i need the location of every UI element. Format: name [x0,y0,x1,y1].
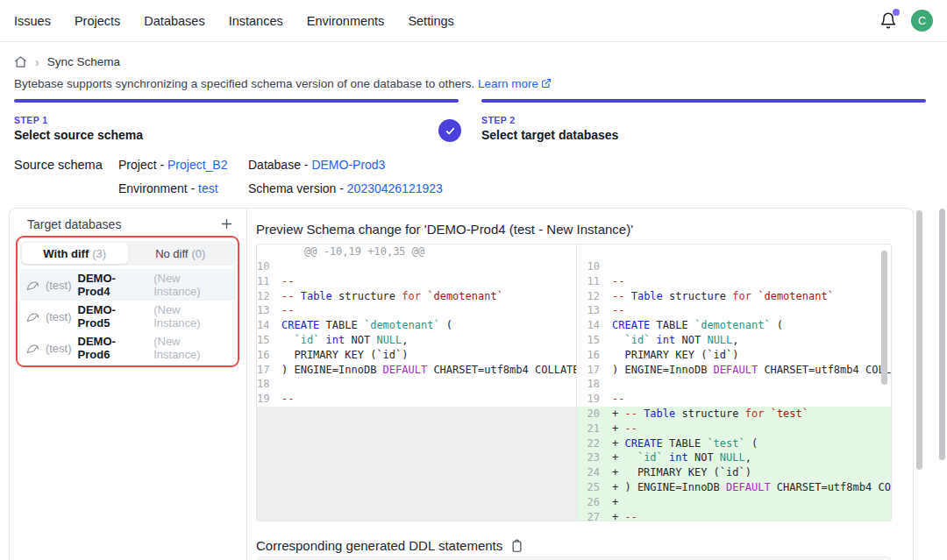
add-target-database-button[interactable] [219,216,234,231]
field-environment: Environment - test [118,181,248,195]
db-name: DEMO-Prod5 [78,303,148,330]
preview-panel: Preview Schema change for 'DEMO-Prod4 (t… [247,209,914,560]
main-container: Target databases With diff(3)No diff(0) … [9,208,914,560]
line-number: 11 [257,274,281,289]
target-database-row-demo-prod4[interactable]: (test)DEMO-Prod4(New Instance) [20,269,235,301]
line-content: + ) ENGINE=InnoDB DEFAULT CHARSET=utf8mb… [612,481,892,493]
line-number: 15 [257,333,281,348]
step2-label: STEP 2 [481,115,618,125]
line-number: 19 [257,392,281,407]
nav-item-environments[interactable]: Environments [307,14,385,28]
line-number: 22 [577,436,612,451]
code-line-left-11: 11-- [257,274,576,289]
diff-tabs: With diff(3)No diff(0) [20,241,235,266]
nav-item-instances[interactable]: Instances [229,14,283,28]
tab-with-diff[interactable]: With diff(3) [22,243,128,264]
preview-title: Preview Schema change for 'DEMO-Prod4 (t… [256,222,633,237]
line-content: CREATE TABLE `demotenant` ( [281,319,452,331]
line-number: 12 [257,289,281,304]
database-link[interactable]: DEMO-Prod3 [311,158,385,172]
diff-hunk-header: @@ -10,19 +10,35 @@ [257,245,576,259]
breadcrumb-page: Sync Schema [47,55,120,68]
mysql-icon [26,343,39,354]
nav-item-projects[interactable]: Projects [75,14,120,28]
learn-more-link[interactable]: Learn more [478,77,552,90]
code-line-left-16: 16 PRIMARY KEY (`id`) [257,348,576,363]
line-content: + -- [612,511,637,521]
schema-version-link[interactable]: 20230426121923 [347,181,443,195]
tab-count: (3) [92,247,106,260]
target-database-row-demo-prod6[interactable]: (test)DEMO-Prod6(New Instance) [20,332,235,364]
db-note: (New Instance) [153,335,230,361]
line-number: 27 [577,510,612,521]
nav-item-settings[interactable]: Settings [408,14,453,28]
nav-right: C [879,10,933,32]
step1-progress-bar [14,99,459,103]
target-databases-title: Target databases [27,217,121,231]
target-database-row-demo-prod5[interactable]: (test)DEMO-Prod5(New Instance) [20,301,235,332]
line-number: 18 [577,377,612,392]
db-environment: (test) [46,310,72,323]
environment-link[interactable]: test [198,181,218,195]
line-content: + `id` int NOT NULL, [612,451,751,464]
line-number: 13 [257,303,281,318]
schema-diff-editor[interactable]: @@ -10,19 +10,35 @@ 1011--12-- Table str… [256,244,892,521]
check-icon [445,125,456,137]
code-line-left-12: 12-- Table structure for `demotenant` [257,289,576,304]
nav-item-databases[interactable]: Databases [144,14,204,28]
code-line-right-25: 25+ ) ENGINE=InnoDB DEFAULT CHARSET=utf8… [577,480,892,495]
line-number: 26 [577,495,612,510]
code-line-left-18: 18 [257,377,576,392]
line-content: + -- Table structure for `test` [612,408,808,420]
code-line-right-10: 10 [577,259,892,274]
source-schema-label: Source schema [14,158,103,172]
content-scrollbar[interactable] [916,210,922,470]
line-content: -- Table structure for `demotenant` [612,290,834,302]
step1-title: Select source schema [14,128,143,142]
editor-scrollbar[interactable] [881,251,887,385]
line-number: 14 [257,318,281,333]
tab-count: (0) [191,247,205,260]
db-note: (New Instance) [153,272,230,298]
line-number: 12 [577,289,612,304]
line-number: 11 [577,274,612,289]
code-line-right-18: 18 [577,377,892,392]
home-icon[interactable] [14,55,27,68]
target-list-highlight-box: With diff(3)No diff(0) (test)DEMO-Prod4(… [16,236,239,367]
line-content: + PRIMARY KEY (`id`) [612,466,751,478]
notifications-button[interactable] [879,11,899,31]
intro-text: Bytebase supports synchronizing a specif… [14,77,552,91]
field-project: Project - Project_B2 [118,158,248,172]
breadcrumb: › Sync Schema [14,55,120,68]
code-line-right-26: 26+ [577,495,892,510]
db-environment: (test) [46,342,72,355]
code-line-right-23: 23+ `id` int NOT NULL, [577,450,892,465]
tab-no-diff[interactable]: No diff(0) [128,243,234,264]
step2-progress-bar [481,99,926,103]
line-content: + [612,496,618,508]
code-line-right-19: 19-- [577,392,892,407]
line-number: 20 [577,407,612,422]
page-scrollbar[interactable] [939,209,945,460]
project-link[interactable]: Project_B2 [167,158,227,172]
line-content: `id` int NOT NULL, [281,334,409,346]
nav-item-issues[interactable]: Issues [14,14,51,28]
line-number: 17 [577,363,612,378]
nav-items: IssuesProjectsDatabasesInstancesEnvironm… [14,14,454,28]
step-1: STEP 1 Select source schema [14,115,143,142]
line-number: 10 [257,259,281,274]
diff-placeholder-region [257,407,576,521]
line-content: PRIMARY KEY (`id`) [281,349,409,361]
line-number: 21 [577,422,612,436]
db-note: (New Instance) [153,303,230,330]
code-line-right-11: 11-- [577,274,892,289]
code-line-right-15: 15 `id` int NOT NULL, [577,333,892,348]
target-database-list: (test)DEMO-Prod4(New Instance)(test)DEMO… [20,269,235,364]
line-content: ) ENGINE=InnoDB DEFAULT CHARSET=utf8mb4 … [612,364,892,376]
ddl-title: Corresponding generated DDL statements [256,538,502,553]
diff-pane-modified: 1011--12-- Table structure for `demotena… [577,245,892,521]
field-database: Database - DEMO-Prod3 [248,158,443,172]
copy-ddl-button[interactable] [510,539,523,553]
avatar[interactable]: C [911,10,933,32]
chevron-right-icon: › [35,56,39,68]
